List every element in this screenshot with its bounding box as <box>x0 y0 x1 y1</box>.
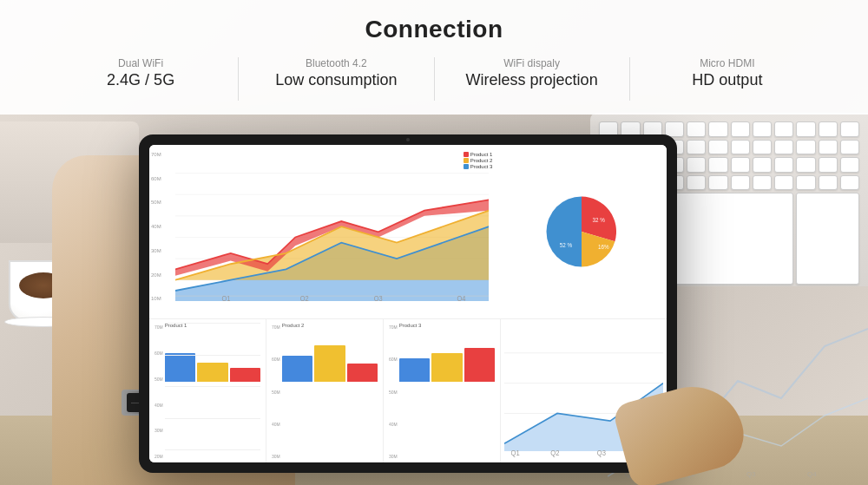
y-axis-labels: 70M 60M 50M 40M 30M 20M 10M <box>151 152 161 301</box>
pie-label-blue: 52 % <box>559 242 572 248</box>
pie-chart-container: 32 % 16% 52 % <box>496 145 667 318</box>
legend-product3-label: Product 3 <box>470 164 493 169</box>
feature-micro-hdmi-label: Micro HDMI <box>700 57 754 69</box>
bar-chart-3-bars <box>399 330 495 382</box>
tablet-wrapper: 70M 60M 50M 40M 30M 20M 10M <box>139 134 677 473</box>
y-label-60m: 60M <box>151 176 161 181</box>
legend-product1: Product 1 <box>464 152 493 157</box>
page-wrapper: Q1 Q2 Q3 Q4 Product 3 Connection Dual Wi… <box>0 0 868 485</box>
y-label-70m: 70M <box>151 152 161 157</box>
pie-label-yellow: 16% <box>598 244 609 250</box>
feature-wifi-display-value: Wireless projection <box>466 71 598 89</box>
feature-micro-hdmi-value: HD output <box>692 71 762 89</box>
legend-product2: Product 2 <box>464 158 493 163</box>
y-label-30m: 30M <box>151 248 161 253</box>
svg-text:Q4: Q4 <box>807 470 817 478</box>
svg-text:Q4: Q4 <box>457 295 465 301</box>
svg-text:Q3: Q3 <box>597 449 607 458</box>
bar-chart-product3: 70M 60M 50M 40M 30M Product 3 <box>384 319 501 462</box>
bar-chart-2-title: Product 2 <box>282 323 378 328</box>
feature-micro-hdmi: Micro HDMI HD output <box>639 57 816 89</box>
legend-product3: Product 3 <box>464 164 493 169</box>
features-row: Dual WiFi 2.4G / 5G Bluetooth 4.2 Low co… <box>17 57 851 101</box>
svg-text:Q1: Q1 <box>511 449 521 458</box>
bar-chart-product2: 70M 60M 50M 40M 30M Product 2 <box>266 319 384 462</box>
feature-wifi-display-label: WiFi dispaly <box>503 57 560 69</box>
legend-product1-label: Product 1 <box>470 152 493 157</box>
feature-dual-wifi-value: 2.4G / 5G <box>107 71 174 89</box>
y-label-40m: 40M <box>151 224 161 229</box>
y-label-50m: 50M <box>151 200 161 205</box>
pie-chart-svg: 32 % 16% 52 % <box>542 193 621 271</box>
chart-legend: Product 1 Product 2 Product 3 <box>464 152 493 170</box>
page-title: Connection <box>17 16 851 43</box>
feature-dual-wifi-label: Dual WiFi <box>118 57 163 69</box>
svg-text:Q2: Q2 <box>300 295 309 301</box>
divider-2 <box>434 57 435 101</box>
feature-wifi-display: WiFi dispaly Wireless projection <box>444 57 621 89</box>
svg-text:Q3: Q3 <box>746 470 756 478</box>
bar-chart-product1: 70M 60M 50M 40M 30M 20M Product 1 <box>149 319 266 462</box>
tablet-device: 70M 60M 50M 40M 30M 20M 10M <box>139 134 677 473</box>
svg-text:Q3: Q3 <box>374 295 383 301</box>
bar-chart-2-bars <box>282 330 378 382</box>
svg-text:Q1: Q1 <box>221 295 230 301</box>
header-section: Connection Dual WiFi 2.4G / 5G Bluetooth… <box>0 0 868 115</box>
y-label-20m: 20M <box>151 272 161 278</box>
divider-3 <box>629 57 630 101</box>
feature-bluetooth-label: Bluetooth 4.2 <box>306 57 367 69</box>
chart-area: 70M 60M 50M 40M 30M 20M 10M <box>149 145 667 462</box>
chart-bottom-row: 70M 60M 50M 40M 30M 20M Product 1 <box>149 319 667 462</box>
bar-chart-3-title: Product 3 <box>399 323 495 328</box>
chart-top-row: 70M 60M 50M 40M 30M 20M 10M <box>149 145 667 319</box>
legend-product2-label: Product 2 <box>470 158 493 163</box>
line-chart-svg: Q1 Q2 Q3 Q4 <box>175 152 489 301</box>
feature-bluetooth-value: Low consumption <box>275 71 397 89</box>
y-label-10m: 10M <box>151 296 161 301</box>
tablet-screen: 70M 60M 50M 40M 30M 20M 10M <box>149 145 667 462</box>
svg-text:Q2: Q2 <box>550 449 560 458</box>
pie-label-red: 32 % <box>592 217 605 223</box>
svg-marker-12 <box>175 211 489 280</box>
divider-1 <box>238 57 239 101</box>
feature-bluetooth: Bluetooth 4.2 Low consumption <box>247 57 424 89</box>
feature-dual-wifi: Dual WiFi 2.4G / 5G <box>52 57 229 89</box>
line-chart-container: 70M 60M 50M 40M 30M 20M 10M <box>149 145 496 318</box>
camera-dot <box>406 138 410 141</box>
